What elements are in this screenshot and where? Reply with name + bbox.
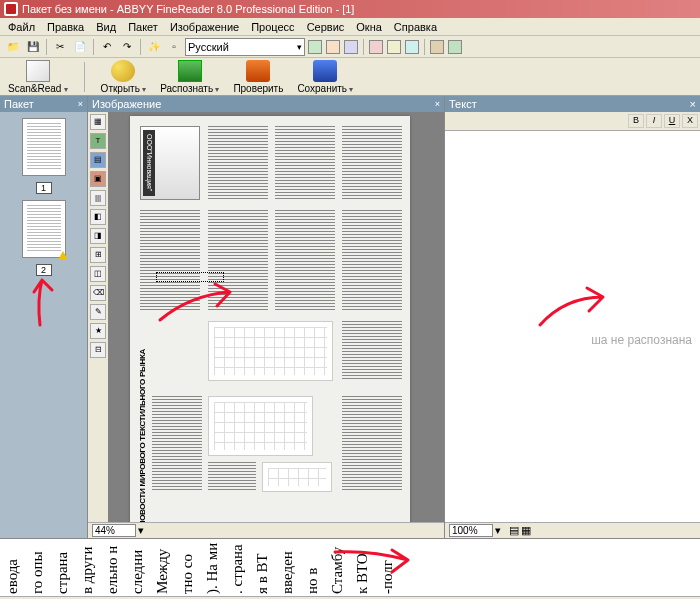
save-button[interactable]: Сохранить: [297, 60, 353, 94]
underline-button[interactable]: U: [664, 114, 680, 128]
menu-help[interactable]: Справка: [388, 21, 443, 33]
strip-word: евода: [4, 539, 21, 596]
menu-batch[interactable]: Пакет: [122, 21, 164, 33]
page-icon[interactable]: ▫: [165, 38, 183, 56]
menu-file[interactable]: Файл: [2, 21, 41, 33]
tool-8[interactable]: ◫: [90, 266, 106, 282]
tool-12[interactable]: ⊟: [90, 342, 106, 358]
not-recognized-msg: ша не распознана: [591, 333, 692, 347]
page-thumb-1[interactable]: [22, 118, 66, 176]
content-area: Пакет × 1 2 Изображение × ▦ T ▤ ▣ ||| ◧ …: [0, 96, 700, 538]
save-big-icon: [313, 60, 337, 82]
strip-word: Между: [154, 539, 171, 596]
document-page: ООО"Инновация" НОВОСТИ МИРОВОГО ТЕКС: [130, 116, 410, 522]
wizard-icon[interactable]: ✨: [145, 38, 163, 56]
language-select[interactable]: Русский: [185, 38, 305, 56]
separator: [363, 39, 364, 55]
zoom-down[interactable]: ▾: [495, 524, 501, 537]
menu-view[interactable]: Вид: [90, 21, 122, 33]
image-zoom-value[interactable]: [92, 524, 136, 537]
separator: [93, 39, 94, 55]
tool-image-block[interactable]: ▣: [90, 171, 106, 187]
view-mode-1[interactable]: [308, 40, 322, 54]
document-viewport[interactable]: ООО"Инновация" НОВОСТИ МИРОВОГО ТЕКС: [108, 112, 444, 522]
strip-word: -полг: [379, 539, 396, 596]
check-button[interactable]: Проверить: [233, 60, 283, 94]
cut-icon[interactable]: ✂: [51, 38, 69, 56]
open-icon[interactable]: 📁: [4, 38, 22, 56]
tool-text-block[interactable]: T: [90, 133, 106, 149]
text-format-tools: B I U X: [445, 112, 700, 131]
strip-word: следни: [129, 539, 146, 596]
menu-edit[interactable]: Правка: [41, 21, 90, 33]
tool-6[interactable]: ◨: [90, 228, 106, 244]
tool-5[interactable]: ◧: [90, 209, 106, 225]
strike-button[interactable]: X: [682, 114, 698, 128]
view-mode-2[interactable]: [326, 40, 340, 54]
tool-7[interactable]: ⊞: [90, 247, 106, 263]
open-icon: [111, 60, 135, 82]
page-number-2: 2: [36, 264, 52, 276]
text-title: Текст: [449, 98, 477, 110]
text-zoom-bar: ▾ ▤ ▦: [445, 522, 700, 538]
ad-box: ООО"Инновация": [140, 126, 200, 200]
strip-word: тно со: [179, 539, 196, 596]
save-icon[interactable]: 💾: [24, 38, 42, 56]
zoom-down[interactable]: ▾: [138, 524, 144, 537]
strip-word: к ВТО: [354, 539, 371, 596]
text-panel-header: Текст ×: [445, 96, 700, 112]
check-label: Проверить: [233, 83, 283, 94]
layout-icon-2[interactable]: ▦: [521, 524, 531, 537]
view-mode-5[interactable]: [387, 40, 401, 54]
view-mode-6[interactable]: [405, 40, 419, 54]
image-panel: Изображение × ▦ T ▤ ▣ ||| ◧ ◨ ⊞ ◫ ⌫ ✎ ★ …: [88, 96, 445, 538]
close-icon[interactable]: ×: [690, 98, 696, 110]
menu-windows[interactable]: Окна: [350, 21, 388, 33]
text-panel: Текст × B I U X ша не распознана ▾ ▤ ▦: [445, 96, 700, 538]
close-icon[interactable]: ×: [435, 99, 440, 109]
tool-11[interactable]: ★: [90, 323, 106, 339]
open-label: Открыть: [101, 83, 147, 94]
closeup-strip[interactable]: евода го опы страна в други ельно н след…: [0, 538, 700, 596]
recognize-button[interactable]: Распознать: [160, 60, 219, 94]
menu-image[interactable]: Изображение: [164, 21, 245, 33]
batch-panel: Пакет × 1 2: [0, 96, 88, 538]
text-body[interactable]: ша не распознана: [445, 131, 700, 522]
headline-text: НОВОСТИ МИРОВОГО ТЕКСТИЛЬНОГО РЫНКА: [138, 349, 147, 522]
tool-10[interactable]: ✎: [90, 304, 106, 320]
layout-icon[interactable]: ▤: [509, 524, 519, 537]
image-tools: ▦ T ▤ ▣ ||| ◧ ◨ ⊞ ◫ ⌫ ✎ ★ ⊟: [88, 112, 108, 522]
batch-body: 1 2: [0, 112, 87, 538]
close-icon[interactable]: ×: [78, 99, 83, 109]
chart-3: [262, 462, 332, 492]
separator: [140, 39, 141, 55]
open-button[interactable]: Открыть: [101, 60, 147, 94]
menu-service[interactable]: Сервис: [301, 21, 351, 33]
opt-1[interactable]: [430, 40, 444, 54]
italic-button[interactable]: I: [646, 114, 662, 128]
view-mode-4[interactable]: [369, 40, 383, 54]
opt-2[interactable]: [448, 40, 462, 54]
strip-word: но в: [304, 539, 321, 596]
check-icon: [246, 60, 270, 82]
recognize-label: Распознать: [160, 83, 219, 94]
text-zoom-value[interactable]: [449, 524, 493, 537]
window-title: Пакет без имени - ABBYY FineReader 8.0 P…: [22, 3, 354, 15]
menu-process[interactable]: Процесс: [245, 21, 300, 33]
page-number-1: 1: [36, 182, 52, 194]
tool-table-block[interactable]: ▤: [90, 152, 106, 168]
scan-read-button[interactable]: Scan&Read: [8, 60, 68, 94]
selection-box[interactable]: [156, 272, 224, 282]
strip-word: ельно н: [104, 539, 121, 596]
tool-eraser[interactable]: ⌫: [90, 285, 106, 301]
view-mode-3[interactable]: [344, 40, 358, 54]
redo-icon[interactable]: ↷: [118, 38, 136, 56]
tool-barcode[interactable]: |||: [90, 190, 106, 206]
tool-select[interactable]: ▦: [90, 114, 106, 130]
bold-button[interactable]: B: [628, 114, 644, 128]
copy-icon[interactable]: 📄: [71, 38, 89, 56]
recognize-icon: [178, 60, 202, 82]
strip-word: ). На ми: [204, 539, 221, 596]
undo-icon[interactable]: ↶: [98, 38, 116, 56]
page-thumb-2[interactable]: [22, 200, 66, 258]
